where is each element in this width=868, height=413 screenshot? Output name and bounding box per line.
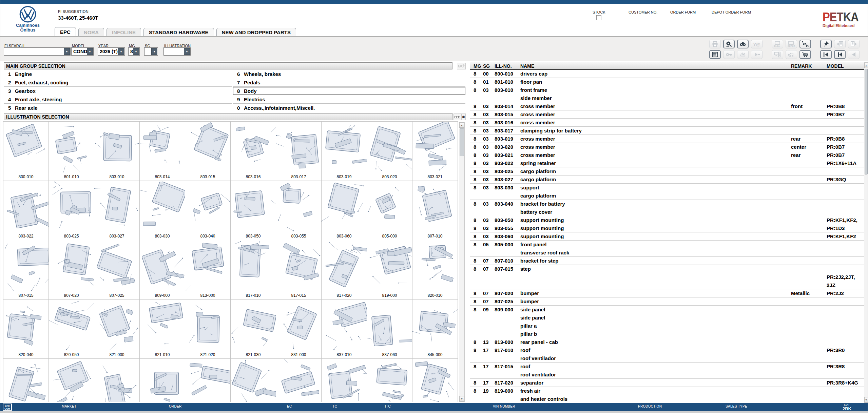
parts-table-row[interactable]: pillar a: [470, 322, 864, 330]
illustration-cell-807-020[interactable]: 807-020: [49, 240, 94, 300]
parts-table-row[interactable]: 803803-014cross memberfrontPR:0B8: [470, 102, 864, 110]
key-button[interactable]: [723, 50, 735, 59]
illustration-cell-803-021[interactable]: 803-021: [412, 122, 458, 181]
parts-table-row[interactable]: transverse roof rack: [470, 249, 864, 257]
chevron-down-icon[interactable]: ▼: [118, 48, 124, 55]
main-group-item-access-infotainment-miscell-[interactable]: 0Access.,Infotainment,Miscell.: [233, 104, 465, 112]
parts-table-row[interactable]: 817817-010roofPR:3R0: [470, 346, 864, 354]
illustration-cell-809-000[interactable]: 809-000: [140, 240, 185, 300]
parts-table-row[interactable]: 817817-015roofPR:3R8: [470, 363, 864, 371]
illustration-cell-803-025[interactable]: 803-025: [49, 181, 94, 240]
main-group-item-engine[interactable]: 1Engine: [4, 70, 232, 78]
illustration-cell-807-025[interactable]: 807-025: [94, 240, 140, 300]
vehicle-document-button[interactable]: [786, 50, 797, 59]
illustration-cell-partial[interactable]: [276, 359, 322, 402]
illustration-scrollbar[interactable]: ▲ ▼: [459, 122, 465, 402]
pushpin-button[interactable]: [820, 40, 832, 48]
main-group-item-fuel-exhaust-cooling[interactable]: 2Fuel, exhaust, cooling: [4, 78, 232, 87]
parts-table-row[interactable]: 800800-010drivers cap: [470, 70, 864, 78]
parts-list-button[interactable]: [709, 50, 721, 59]
illustration-cell-807-015[interactable]: 807-015: [3, 240, 49, 300]
illustration-cell-partial[interactable]: [140, 359, 185, 402]
parts-table-row[interactable]: 2JZ: [470, 281, 864, 289]
fi-search-combobox[interactable]: ▼: [4, 47, 71, 56]
parts-table-row[interactable]: 803803-019cross memberrearPR:0B8: [470, 135, 864, 143]
parts-table-row[interactable]: roof ventilador: [470, 371, 864, 379]
tab-standard-hardware[interactable]: STANDARD HARDWARE: [143, 28, 214, 36]
help-contact-button[interactable]: ?@: [751, 40, 763, 48]
stock-checkbox[interactable]: [596, 15, 601, 20]
parts-table-row[interactable]: 803803-021cross memberrearPR:0B7: [470, 151, 864, 159]
illustration-cell-partial[interactable]: [322, 359, 367, 402]
illustration-cell-817-015[interactable]: 817-015: [276, 240, 322, 300]
chevron-down-icon[interactable]: ▼: [87, 48, 93, 55]
depot-monitor-button[interactable]: DEPOT: [786, 40, 797, 48]
illustration-cell-partial[interactable]: [94, 359, 140, 402]
main-group-item-gearbox[interactable]: 3Gearbox: [4, 87, 232, 95]
parts-table-scrollbar[interactable]: ▲ ▼: [864, 62, 868, 403]
illustration-cell-820-010[interactable]: 820-010: [412, 240, 458, 300]
illustration-cell-803-010[interactable]: 803-010: [94, 122, 140, 181]
illustration-cell-837-010[interactable]: 837-010: [322, 300, 367, 359]
illustration-cell-803-020[interactable]: 803-020: [367, 122, 412, 181]
illustration-cell-803-017[interactable]: 803-017: [276, 122, 322, 181]
illustration-cell-813-000[interactable]: 813-000: [185, 240, 231, 300]
illustration-cell-807-010[interactable]: 807-010: [412, 181, 458, 240]
illustration-cell-803-027[interactable]: 803-027: [94, 181, 140, 240]
illustration-cell-817-010[interactable]: 817-010: [231, 240, 276, 300]
main-group-item-rear-axle[interactable]: 5Rear axle: [4, 104, 232, 112]
parts-table-row[interactable]: 807807-025bumper: [470, 297, 864, 306]
illustration-cell-845-000[interactable]: 845-000: [412, 300, 458, 359]
chevron-down-icon[interactable]: ▼: [64, 48, 70, 55]
parts-table-row[interactable]: 803803-027cargo platformPR:3GQ: [470, 175, 864, 184]
play-strike-button[interactable]: [751, 50, 763, 59]
scroll-up-arrow-icon[interactable]: ▲: [864, 63, 868, 68]
illustration-cell-partial[interactable]: [412, 359, 458, 402]
page-previous-button[interactable]: [834, 40, 846, 48]
parts-table-row[interactable]: 803803-050support mountingPR:KF1,KF2,: [470, 216, 864, 224]
illustration-cell-partial[interactable]: [185, 359, 231, 402]
illustration-cell-803-060[interactable]: 803-060: [322, 181, 367, 240]
main-group-item-electrics[interactable]: 9Electrics: [233, 95, 465, 104]
illustration-cell-803-016[interactable]: 803-016: [231, 122, 276, 181]
parts-table-row[interactable]: 803803-010front frame: [470, 86, 864, 94]
illustration-cell-partial[interactable]: [231, 359, 276, 402]
shopping-cart-button[interactable]: [799, 50, 811, 59]
illustration-cell-800-010[interactable]: 800-010: [3, 122, 49, 181]
parts-table-row[interactable]: battery cover: [470, 208, 864, 216]
tab-nora[interactable]: NORA: [78, 28, 104, 36]
illustration-cell-803-040[interactable]: 803-040: [185, 181, 231, 240]
parts-table-row[interactable]: 803803-016cross member: [470, 119, 864, 127]
illustration-cell-803-055[interactable]: 803-055: [276, 181, 322, 240]
tab-new-and-dropped-parts[interactable]: NEW AND DROPPED PARTS: [216, 28, 296, 36]
illustration-cell-partial[interactable]: [49, 359, 94, 402]
back-button[interactable]: [848, 50, 860, 59]
page-next-button[interactable]: [848, 40, 860, 48]
parts-table-row[interactable]: 807807-015step: [470, 265, 864, 273]
scroll-down-arrow-icon[interactable]: ▼: [864, 397, 868, 402]
illustration-cell-803-019[interactable]: 803-019: [322, 122, 367, 181]
scroll-up-arrow-icon[interactable]: ▲: [459, 122, 464, 128]
parts-table-row[interactable]: 809809-000side panel: [470, 306, 864, 314]
first-page-button[interactable]: [820, 50, 832, 59]
parts-table-row[interactable]: 803803-060support mountingPR:KF1,KF2: [470, 232, 864, 241]
illustration-cell-821-010[interactable]: 821-010: [140, 300, 185, 359]
scrollbar-thumb[interactable]: [460, 128, 464, 156]
tab-infoline[interactable]: INFOLINE: [107, 28, 141, 36]
illustration-cell-805-000[interactable]: 805-000: [367, 181, 412, 240]
wheel-inspect-button[interactable]: [723, 40, 735, 48]
parts-table-row[interactable]: and heater controls: [470, 395, 864, 403]
illustration-cell-821-020[interactable]: 821-020: [185, 300, 231, 359]
illustration-cell-821-000[interactable]: 821-000: [94, 300, 140, 359]
illustration-cell-817-020[interactable]: 817-020: [322, 240, 367, 300]
elsa-monitor-button[interactable]: ELSA: [772, 40, 783, 48]
main-group-item-body[interactable]: 8Body: [233, 87, 465, 95]
parts-table-row[interactable]: 803803-025cargo platform: [470, 167, 864, 175]
crown-info-button[interactable]: [737, 50, 749, 59]
parts-table-row[interactable]: pillar b: [470, 330, 864, 338]
parts-table-row[interactable]: 803803-055support mountingPR:1D3: [470, 224, 864, 232]
illustration-cell-partial[interactable]: [3, 359, 49, 402]
illustration-cell-803-015[interactable]: 803-015: [185, 122, 231, 181]
chevron-down-icon[interactable]: ▼: [151, 48, 157, 55]
parts-table-row[interactable]: 803803-020cross membercenterPR:0B7: [470, 143, 864, 151]
